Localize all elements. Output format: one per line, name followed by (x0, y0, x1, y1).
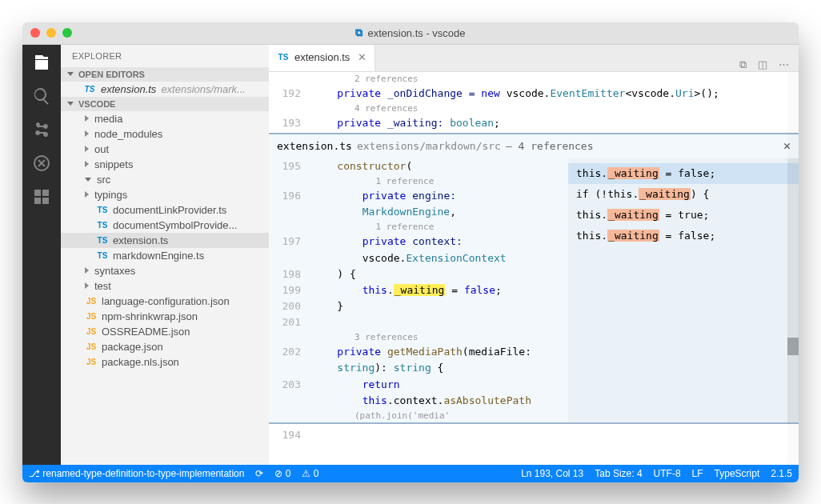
folder-item[interactable]: syntaxes (61, 263, 269, 278)
ts-file-icon: TS (96, 251, 109, 260)
version[interactable]: 2.1.5 (771, 468, 792, 479)
editor-group: TS extension.ts ✕ ⧉ ◫ ⋯ 2 references 192… (269, 45, 799, 465)
file-item[interactable]: JSpackage.json (61, 339, 269, 354)
peek-path: extensions/markdown/src (357, 138, 501, 154)
tab-extension-ts[interactable]: TS extension.ts ✕ (269, 44, 375, 71)
peek-filename[interactable]: extension.ts (277, 138, 352, 154)
open-editors-header[interactable]: OPEN EDITORS (61, 67, 269, 82)
js-file-icon: JS (85, 312, 98, 321)
sidebar-title: EXPLORER (61, 45, 269, 67)
js-file-icon: JS (85, 358, 98, 366)
file-item[interactable]: JSOSSREADME.json (61, 324, 269, 339)
folder-item[interactable]: media (61, 111, 269, 126)
scm-icon[interactable] (32, 120, 51, 139)
editor-scrollbar[interactable] (787, 72, 799, 465)
references-peek: extension.ts extensions/markdown/src – 4… (269, 133, 799, 424)
ts-file-icon: TS (96, 221, 109, 230)
js-file-icon: JS (85, 327, 98, 336)
tab-bar: TS extension.ts ✕ ⧉ ◫ ⋯ (269, 45, 799, 72)
code-area[interactable]: 2 references 192 private _onDidChange = … (269, 72, 799, 465)
file-item[interactable]: TSdocumentSymbolProvide... (61, 218, 269, 233)
activity-bar (22, 45, 61, 465)
eol[interactable]: LF (692, 468, 703, 479)
folder-item[interactable]: node_modules (61, 126, 269, 142)
peek-references-icon[interactable]: ⧉ (739, 58, 747, 71)
warnings-count[interactable]: ⚠ 0 (302, 468, 318, 479)
file-item[interactable]: JSpackage.nls.json (61, 354, 269, 370)
file-tree: medianode_modulesoutsnippetssrctypingsTS… (61, 111, 269, 370)
sync-icon[interactable]: ⟳ (255, 468, 263, 479)
file-item[interactable]: TSdocumentLinkProvider.ts (61, 202, 269, 218)
file-item[interactable]: JSlanguage-configuration.json (61, 294, 269, 309)
titlebar: ⧉extension.ts - vscode (22, 22, 799, 45)
folder-item[interactable]: typings (61, 187, 269, 202)
indent-setting[interactable]: Tab Size: 4 (595, 468, 642, 479)
errors-count[interactable]: ⊘ 0 (274, 468, 290, 479)
close-tab-icon[interactable]: ✕ (358, 51, 366, 63)
folder-item[interactable]: test (61, 278, 269, 294)
folder-item[interactable]: snippets (61, 157, 269, 172)
close-window-button[interactable] (30, 28, 40, 38)
file-item[interactable]: TSmarkdownEngine.ts (61, 248, 269, 263)
folder-item[interactable]: out (61, 142, 269, 157)
reference-item[interactable]: if (!this._waiting) { (568, 184, 799, 205)
reference-item[interactable]: this._waiting = false; (568, 163, 799, 184)
minimize-window-button[interactable] (46, 28, 56, 38)
ts-file-icon: TS (96, 236, 109, 245)
extensions-icon[interactable] (32, 187, 51, 206)
workspace-header[interactable]: VSCODE (61, 97, 269, 111)
ts-file-icon: TS (83, 85, 96, 94)
open-editor-item[interactable]: TS extension.ts extensions/mark... (61, 82, 269, 97)
maximize-window-button[interactable] (62, 28, 72, 38)
language-mode[interactable]: TypeScript (715, 468, 760, 479)
app-window: ⧉extension.ts - vscode EXPLORER OPEN EDI… (22, 22, 799, 482)
ts-file-icon: TS (96, 206, 109, 214)
js-file-icon: JS (85, 297, 98, 306)
more-actions-icon[interactable]: ⋯ (779, 58, 789, 71)
git-branch[interactable]: ⎇ renamed-type-definition-to-type-implem… (29, 468, 244, 479)
folder-item[interactable]: src (61, 172, 269, 187)
split-editor-icon[interactable]: ◫ (758, 58, 767, 71)
encoding[interactable]: UTF-8 (654, 468, 681, 479)
cursor-position[interactable]: Ln 193, Col 13 (521, 468, 583, 479)
debug-icon[interactable] (32, 154, 51, 173)
vs-logo-icon: ⧉ (355, 26, 362, 39)
explorer-icon[interactable] (32, 53, 51, 72)
reference-item[interactable]: this._waiting = false; (568, 226, 799, 246)
js-file-icon: JS (85, 342, 98, 351)
window-title: extension.ts - vscode (367, 27, 465, 39)
file-item[interactable]: JSnpm-shrinkwrap.json (61, 309, 269, 324)
file-item[interactable]: TSextension.ts (61, 233, 269, 248)
peek-count: – 4 references (506, 138, 594, 154)
ts-file-icon: TS (277, 53, 290, 62)
status-bar: ⎇ renamed-type-definition-to-type-implem… (22, 465, 799, 482)
references-list: this._waiting = false;if (!this._waiting… (568, 158, 799, 422)
explorer-sidebar: EXPLORER OPEN EDITORS TS extension.ts ex… (61, 45, 269, 465)
search-icon[interactable] (32, 86, 51, 106)
reference-item[interactable]: this._waiting = true; (568, 205, 799, 226)
